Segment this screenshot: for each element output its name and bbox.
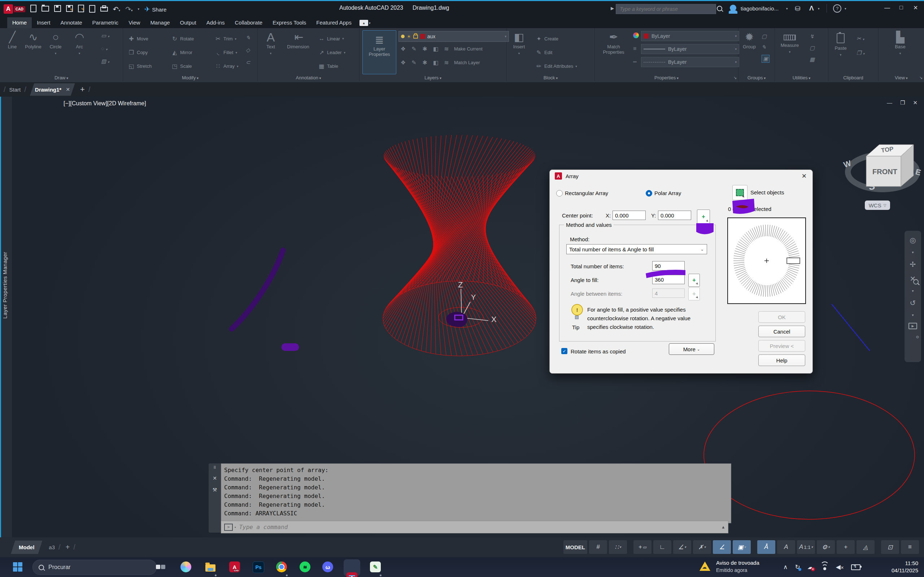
workspace-switching-button[interactable] — [817, 540, 835, 554]
polyline-button[interactable]: Polyline — [23, 31, 43, 49]
pick-angle-to-fill-button[interactable]: + — [688, 274, 700, 287]
tab-parametric[interactable]: Parametric — [87, 17, 124, 28]
tab-annotate[interactable]: Annotate — [56, 17, 87, 28]
create-block-button[interactable]: Create — [536, 35, 558, 42]
close-drawing-tab-icon[interactable]: ✕ — [66, 87, 70, 92]
orbit-dropdown-icon[interactable] — [912, 313, 914, 317]
user-menu-dropdown-icon[interactable]: ▾ — [786, 7, 788, 10]
autocad-taskbar-button[interactable]: ACAD — [229, 561, 240, 572]
layer-isolate-icon[interactable] — [400, 59, 406, 66]
help-search-input[interactable] — [619, 6, 716, 12]
ribbon-display-dropdown-icon[interactable]: ▾ — [369, 21, 371, 25]
tab-collaborate[interactable]: Collaborate — [229, 17, 267, 28]
layer-properties-palette-strip[interactable]: Layer Properties Manager — [0, 97, 12, 537]
file-explorer-button[interactable] — [205, 561, 216, 572]
insert-block-button[interactable]: Insert▾ — [509, 31, 529, 56]
tab-start[interactable]: Start — [10, 87, 21, 93]
notepad-button[interactable]: ✎ — [370, 561, 381, 572]
task-view-button[interactable] — [155, 561, 166, 572]
viewport-controls[interactable]: [−][Custom View][2D Wireframe] — [63, 100, 146, 107]
command-palette-grip[interactable]: ⠿ ✕ ⚒ — [208, 463, 221, 533]
rotate-items-checkbox[interactable]: ✓ — [561, 348, 567, 354]
app-store-cart-icon[interactable]: ⛁ — [795, 5, 800, 13]
tray-expand-icon[interactable]: ∧ — [783, 563, 788, 571]
annotation-visibility-toggle[interactable] — [757, 540, 775, 554]
autoscale-toggle[interactable] — [777, 540, 795, 554]
lineweight-dropdown[interactable]: ByLayer ▾ — [641, 44, 739, 54]
undo-button[interactable]: ↶▾ — [113, 6, 120, 13]
linear-dimension-button[interactable]: Linear▾ — [318, 35, 344, 42]
command-settings-wrench-icon[interactable]: ⚒ — [213, 487, 217, 493]
model-tab[interactable]: Model — [11, 541, 42, 554]
array-button[interactable]: Array▾ — [215, 63, 239, 69]
panel-label-draw[interactable]: Draw — [0, 75, 123, 81]
print-button[interactable] — [100, 6, 108, 13]
cancel-button[interactable]: Cancel — [758, 326, 805, 337]
annotation-scale-button[interactable]: 1:1 — [797, 540, 815, 554]
make-current-icon[interactable] — [443, 45, 450, 52]
paste-button[interactable]: Paste▾ — [830, 31, 851, 57]
autocad-active-button[interactable]: ACAD — [347, 572, 357, 577]
discord-button[interactable]: ω — [322, 561, 333, 572]
panel-label-block[interactable]: Block — [507, 75, 594, 81]
panel-label-modify[interactable]: Modify — [123, 75, 257, 81]
rotate-items-label[interactable]: Rotate items as copied — [571, 348, 626, 355]
line-button[interactable]: Line — [2, 31, 23, 49]
move-button[interactable]: Move — [128, 35, 149, 42]
circle-button[interactable]: Circle▾ — [45, 31, 66, 56]
group-selection-toggle[interactable] — [762, 55, 769, 63]
offset-button[interactable] — [246, 59, 250, 66]
pick-center-point-button[interactable]: + — [697, 210, 710, 224]
new-layout-button[interactable]: + — [66, 543, 70, 551]
method-dropdown[interactable]: Total number of items & Angle to fill ⌄ — [566, 244, 707, 254]
layer-lock-icon[interactable] — [432, 45, 439, 52]
command-input[interactable] — [238, 523, 722, 531]
autodesk-menu-dropdown-icon[interactable]: ▾ — [818, 7, 820, 10]
object-snap-toggle[interactable] — [733, 540, 751, 554]
mirror-button[interactable]: Mirror — [171, 49, 192, 56]
tab-insert[interactable]: Insert — [32, 17, 56, 28]
new-drawing-button[interactable] — [30, 5, 36, 13]
select-window-button[interactable] — [809, 45, 815, 51]
object-snap-tracking-toggle[interactable] — [713, 540, 731, 554]
tab-view[interactable]: View — [123, 17, 145, 28]
fillet-button[interactable]: Fillet▾ — [215, 49, 237, 56]
tab-express-tools[interactable]: Express Tools — [267, 17, 311, 28]
tab-output[interactable]: Output — [175, 17, 201, 28]
explode-button[interactable] — [246, 47, 250, 53]
layer-unisolate-icon[interactable] — [411, 59, 417, 66]
navigation-wheel-icon[interactable] — [909, 236, 916, 245]
command-history[interactable]: Specify center point of array: Command: … — [221, 463, 731, 523]
share-drawing-button[interactable] — [89, 5, 95, 13]
showmotion-icon[interactable]: ▶ — [908, 323, 917, 329]
dialog-close-button[interactable]: ✕ — [802, 172, 807, 180]
layer-properties-button[interactable]: Layer Properties — [362, 30, 396, 74]
copy-button[interactable]: Copy — [128, 49, 148, 56]
angle-to-fill-input[interactable] — [652, 275, 685, 284]
clock[interactable]: 11:50 04/11/2025 — [892, 560, 918, 574]
minimize-window-button[interactable]: — — [884, 5, 890, 11]
qat-customize-button[interactable]: ▾ — [138, 8, 140, 11]
autodesk-a-icon[interactable]: Λ — [809, 4, 814, 12]
expand-history-icon[interactable]: ▲ — [722, 525, 724, 529]
tab-home[interactable]: Home — [7, 17, 32, 28]
select-objects-button[interactable] — [732, 185, 748, 200]
share-button[interactable]: ✈ Share — [144, 6, 166, 13]
save-button[interactable] — [54, 5, 61, 13]
text-button[interactable]: AText▾ — [261, 31, 281, 56]
layer-thaw-icon[interactable]: ☀ — [407, 34, 411, 39]
match-layer-button[interactable]: Match Layer — [454, 60, 480, 65]
layer-properties-palette-tab[interactable]: Layer Properties Manager — [2, 252, 8, 318]
snap-toggle[interactable] — [609, 540, 627, 554]
layer-walk-icon[interactable] — [432, 59, 439, 66]
user-avatar-icon[interactable] — [730, 5, 736, 13]
panel-label-annotation[interactable]: Annotation — [258, 75, 359, 81]
search-icon[interactable] — [717, 6, 722, 13]
ungroup-button[interactable] — [762, 33, 769, 40]
arc-button[interactable]: Arc▾ — [69, 31, 89, 56]
properties-dialog-launcher-icon[interactable]: ↘ — [733, 76, 737, 80]
panel-label-groups[interactable]: Groups — [738, 75, 775, 81]
leader-button[interactable]: Leader▾ — [318, 49, 346, 56]
layer-off-icon[interactable] — [400, 45, 406, 52]
cut-button[interactable] — [856, 35, 864, 42]
